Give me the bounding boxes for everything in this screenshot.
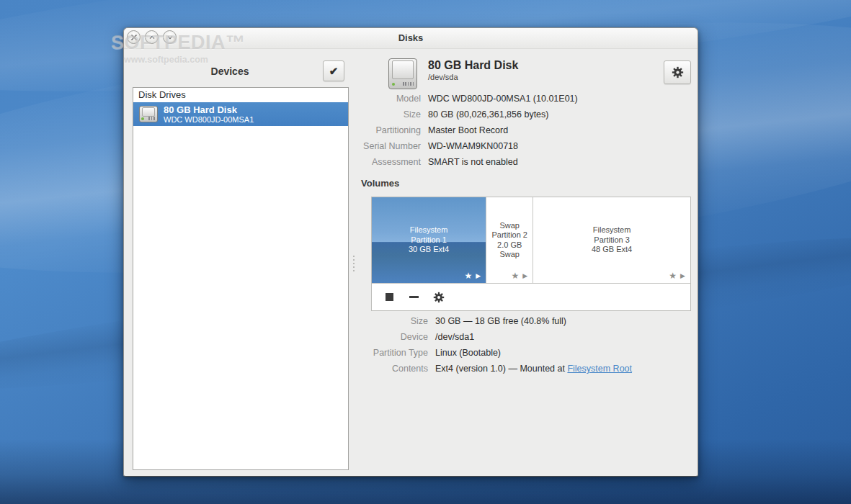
drive-actions-button[interactable] [664, 60, 691, 84]
partition-size: 30 GB Ext4 [409, 245, 449, 255]
gear-icon [672, 66, 684, 78]
partition-name: Partition 2 [491, 230, 527, 240]
filesystem-root-link[interactable]: Filesystem Root [567, 364, 632, 374]
volume-toolbar [372, 283, 690, 310]
play-icon: ▶ [680, 271, 685, 282]
titlebar[interactable]: Disks [124, 28, 698, 49]
play-icon: ▶ [522, 271, 527, 282]
volumes-header: Volumes [361, 178, 399, 189]
desktop-wallpaper: Disks Devices ✔ Disk Drives 80 GB Hard D… [0, 0, 851, 504]
detail-value: 30 GB — 18 GB free (40.8% full) [435, 313, 632, 329]
minimize-button[interactable] [163, 30, 177, 44]
close-button[interactable] [127, 30, 141, 44]
devices-header: Devices [124, 66, 336, 77]
gear-icon [433, 292, 445, 303]
detail-label: Partitioning [304, 122, 421, 138]
star-icon: ★ [669, 271, 677, 282]
select-devices-button[interactable]: ✔ [323, 60, 344, 81]
partition-map: Filesystem Partition 1 30 GB Ext4 ★ ▶ Sw… [372, 197, 690, 283]
partition-usage: Swap [499, 221, 520, 231]
close-icon [130, 34, 138, 41]
volume-options-button[interactable] [429, 288, 447, 307]
detail-value: Ext4 (version 1.0) — Mounted at Filesyst… [435, 361, 632, 377]
partition-size: 48 GB Ext4 [592, 245, 632, 255]
detail-label: Contents [304, 361, 428, 377]
partition-2[interactable]: Swap Partition 2 2.0 GB Swap ★ ▶ [486, 197, 533, 283]
contents-text: Ext4 (version 1.0) — Mounted at [435, 364, 567, 374]
partition-3[interactable]: Filesystem Partition 3 48 GB Ext4 ★ ▶ [533, 197, 690, 283]
star-icon: ★ [512, 271, 520, 282]
disks-window: Disks Devices ✔ Disk Drives 80 GB Hard D… [123, 27, 698, 477]
partition-size: 2.0 GB Swap [486, 240, 533, 260]
delete-partition-button[interactable] [405, 288, 423, 307]
detail-value: SMART is not enabled [428, 154, 578, 170]
stop-icon [386, 293, 393, 301]
hard-disk-icon-large [388, 58, 417, 89]
detail-value: /dev/sda1 [435, 329, 632, 345]
partition-usage: Filesystem [593, 225, 631, 235]
play-icon: ▶ [476, 271, 481, 282]
detail-value: 80 GB (80,026,361,856 bytes) [428, 107, 578, 122]
detail-label: Size [304, 107, 421, 122]
hard-disk-icon [139, 106, 158, 122]
partition-usage: Filesystem [410, 225, 448, 235]
detail-label: Serial Number [304, 138, 421, 154]
volumes-box: Filesystem Partition 1 30 GB Ext4 ★ ▶ Sw… [371, 197, 691, 311]
minus-icon [409, 296, 419, 298]
detail-label: Partition Type [304, 345, 428, 361]
partition-1[interactable]: Filesystem Partition 1 30 GB Ext4 ★ ▶ [372, 197, 486, 283]
pane-splitter-handle[interactable] [352, 256, 355, 277]
partition-name: Partition 1 [411, 235, 447, 246]
detail-value: Master Boot Record [428, 122, 578, 138]
detail-label: Model [304, 91, 421, 107]
detail-value: Linux (Bootable) [435, 345, 632, 361]
check-icon: ✔ [329, 65, 339, 77]
detail-label: Size [304, 313, 428, 329]
window-title: Disks [124, 28, 698, 48]
device-item-title: 80 GB Hard Disk [164, 104, 254, 115]
drive-details: Model WDC WD800JD-00MSA1 (10.01E01) Size… [304, 91, 578, 170]
unmount-button[interactable] [380, 288, 398, 307]
chevron-up-icon [148, 34, 156, 41]
drive-device-path: /dev/sda [428, 73, 458, 81]
star-icon: ★ [465, 271, 473, 282]
volume-details: Size 30 GB — 18 GB free (40.8% full) Dev… [304, 313, 632, 377]
detail-label: Device [304, 329, 428, 345]
partition-name: Partition 3 [594, 235, 630, 246]
device-item-subtitle: WDC WD800JD-00MSA1 [164, 115, 254, 124]
detail-label: Assessment [304, 154, 421, 170]
drive-title: 80 GB Hard Disk [428, 59, 518, 72]
detail-value: WD-WMAM9KN00718 [428, 138, 578, 154]
maximize-button[interactable] [145, 30, 159, 44]
detail-value: WDC WD800JD-00MSA1 (10.01E01) [428, 91, 578, 107]
chevron-down-icon [166, 34, 174, 41]
